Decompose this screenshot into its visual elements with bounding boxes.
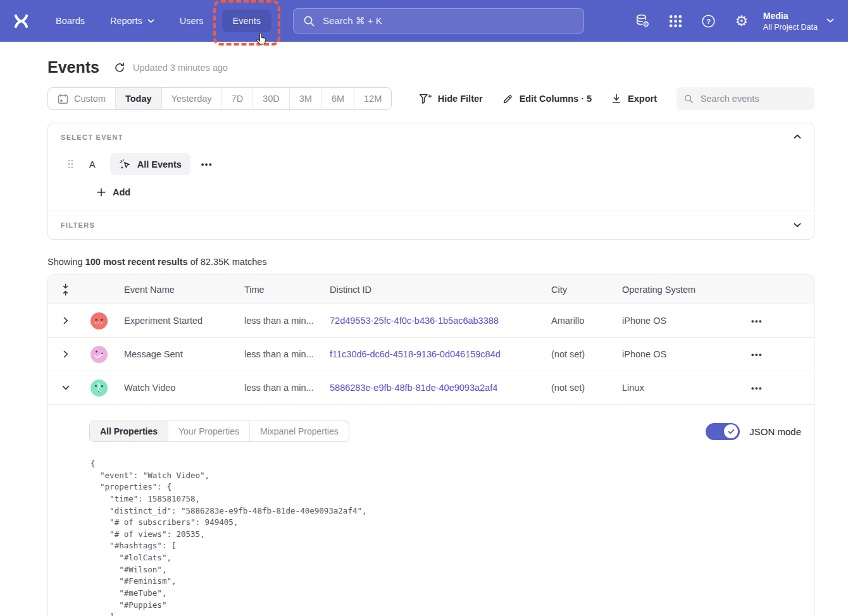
event-selector-pill[interactable]: All Events bbox=[110, 153, 190, 175]
column-header-time[interactable]: Time bbox=[235, 285, 320, 295]
detail-header: All Properties Your Properties Mixpanel … bbox=[89, 421, 801, 442]
help-icon[interactable]: ? bbox=[692, 14, 725, 28]
mixpanel-logo-icon[interactable] bbox=[13, 13, 30, 30]
top-navbar: Boards Reports Users Events Search ⌘ + K bbox=[0, 0, 848, 42]
hand-cursor-icon bbox=[255, 32, 268, 46]
check-icon bbox=[728, 429, 735, 434]
navbar-right: ? ⚙ Media All Project Data bbox=[627, 11, 834, 32]
refresh-icon[interactable] bbox=[114, 62, 125, 73]
column-header-os[interactable]: Operating System bbox=[613, 285, 742, 295]
range-today[interactable]: Today bbox=[115, 88, 161, 109]
table-row-expanded: Watch Video less than a min... 5886283e-… bbox=[48, 371, 814, 404]
filters-chevron-down-icon[interactable] bbox=[794, 223, 801, 228]
row-expand-chevron-right-icon[interactable] bbox=[48, 317, 83, 324]
nav-item-events-wrap: Events bbox=[222, 9, 271, 32]
range-12m[interactable]: 12M bbox=[354, 88, 391, 109]
column-header-city[interactable]: City bbox=[542, 285, 613, 295]
add-event-button[interactable]: Add bbox=[97, 187, 130, 197]
cell-event-name: Experiment Started bbox=[115, 316, 235, 326]
row-menu-button[interactable]: ••• bbox=[742, 316, 763, 326]
range-custom-label: Custom bbox=[74, 94, 106, 104]
nav-item-boards-label: Boards bbox=[56, 16, 85, 26]
plus-icon bbox=[97, 188, 106, 197]
column-header-distinct-id[interactable]: Distinct ID bbox=[320, 285, 542, 295]
distinct-id-link[interactable]: 5886283e-e9fb-48fb-81de-40e9093a2af4 bbox=[330, 383, 497, 393]
range-yesterday[interactable]: Yesterday bbox=[161, 88, 221, 109]
collapse-chevron-up-icon[interactable] bbox=[794, 134, 801, 139]
events-table: Event Name Time Distinct ID City Operati… bbox=[47, 274, 814, 616]
distinct-id-link[interactable]: 72d49553-25fc-4f0c-b436-1b5ac6ab3388 bbox=[330, 316, 499, 326]
cell-time: less than a min... bbox=[235, 316, 320, 326]
range-3m[interactable]: 3M bbox=[289, 88, 321, 109]
settings-gear-icon[interactable]: ⚙ bbox=[725, 14, 758, 28]
magic-cursor-icon bbox=[119, 158, 131, 170]
selected-event-label: All Events bbox=[137, 159, 182, 169]
range-today-label: Today bbox=[125, 94, 152, 104]
filters-label: FILTERS bbox=[61, 221, 95, 229]
global-search-placeholder: Search ⌘ + K bbox=[323, 15, 382, 27]
range-30d[interactable]: 30D bbox=[253, 88, 289, 109]
project-chevron-down-icon[interactable] bbox=[826, 18, 834, 23]
apps-grid-icon[interactable] bbox=[659, 14, 692, 28]
row-expand-chevron-right-icon[interactable] bbox=[48, 350, 83, 358]
table-toolbar: Hide Filter Edit Columns · 5 Export bbox=[419, 87, 814, 110]
updated-status: Updated 3 minutes ago bbox=[133, 63, 228, 73]
edit-columns-button[interactable]: Edit Columns · 5 bbox=[502, 94, 592, 104]
export-label: Export bbox=[628, 94, 657, 104]
results-summary: Showing 100 most recent results of 82.35… bbox=[47, 257, 814, 267]
search-events-input[interactable] bbox=[699, 93, 807, 104]
page-title: Events bbox=[47, 58, 99, 77]
funnel-plus-icon bbox=[419, 94, 432, 104]
export-button[interactable]: Export bbox=[611, 94, 657, 104]
hide-filter-button[interactable]: Hide Filter bbox=[419, 94, 483, 104]
global-search[interactable]: Search ⌘ + K bbox=[293, 8, 584, 34]
row-menu-button[interactable]: ••• bbox=[742, 350, 763, 359]
tab-mixpanel-properties[interactable]: Mixpanel Properties bbox=[249, 421, 349, 441]
nav-item-boards[interactable]: Boards bbox=[45, 9, 96, 32]
nav-item-events[interactable]: Events bbox=[222, 9, 271, 32]
select-event-label: SELECT EVENT bbox=[61, 133, 801, 141]
cell-time: less than a min... bbox=[235, 349, 320, 359]
row-collapse-chevron-down-icon[interactable] bbox=[48, 385, 83, 390]
tab-all-properties[interactable]: All Properties bbox=[90, 421, 168, 441]
json-mode-control: JSON mode bbox=[706, 423, 801, 440]
nav-item-users[interactable]: Users bbox=[169, 9, 215, 32]
event-avatar bbox=[90, 346, 108, 363]
json-mode-label: JSON mode bbox=[749, 426, 801, 437]
range-3m-label: 3M bbox=[299, 94, 312, 104]
event-more-menu[interactable]: ••• bbox=[201, 159, 213, 169]
range-7d[interactable]: 7D bbox=[221, 88, 253, 109]
range-custom[interactable]: Custom bbox=[48, 88, 115, 109]
event-avatar bbox=[90, 312, 108, 330]
cell-city: (not set) bbox=[542, 349, 613, 359]
cell-time: less than a min... bbox=[235, 383, 320, 393]
nav-item-reports[interactable]: Reports bbox=[99, 9, 165, 32]
title-row: Events Updated 3 minutes ago bbox=[47, 58, 814, 77]
event-json-view: { "event": "Watch Video", "properties": … bbox=[90, 458, 801, 616]
table-row: Message Sent less than a min... f11c30d6… bbox=[48, 337, 814, 371]
tab-your-properties[interactable]: Your Properties bbox=[168, 421, 249, 441]
properties-tabs: All Properties Your Properties Mixpanel … bbox=[89, 421, 349, 442]
add-event-label: Add bbox=[113, 187, 130, 197]
results-count: 100 most recent results bbox=[85, 257, 188, 267]
event-avatar bbox=[90, 379, 108, 397]
sort-icon[interactable] bbox=[48, 283, 83, 296]
column-header-event-name[interactable]: Event Name bbox=[115, 285, 235, 295]
primary-nav: Boards Reports Users Events bbox=[45, 9, 271, 32]
calendar-icon bbox=[58, 94, 68, 104]
table-header-row: Event Name Time Distinct ID City Operati… bbox=[48, 275, 814, 304]
data-management-icon[interactable] bbox=[627, 13, 659, 29]
project-selector[interactable]: Media All Project Data bbox=[763, 11, 818, 32]
row-menu-button[interactable]: ••• bbox=[742, 383, 763, 393]
filters-section[interactable]: FILTERS bbox=[48, 211, 814, 239]
toggle-knob bbox=[724, 424, 738, 438]
svg-text:?: ? bbox=[706, 17, 711, 25]
search-events-box[interactable] bbox=[677, 87, 814, 110]
drag-handle-icon[interactable] bbox=[68, 159, 73, 169]
date-range-segmented: Custom Today Yesterday 7D 30D 3M 6M 12M bbox=[47, 87, 392, 110]
distinct-id-link[interactable]: f11c30d6-dc6d-4518-9136-0d046159c84d bbox=[330, 349, 501, 359]
range-6m[interactable]: 6M bbox=[321, 88, 354, 109]
controls-row: Custom Today Yesterday 7D 30D 3M 6M 12M … bbox=[47, 87, 814, 110]
range-12m-label: 12M bbox=[364, 94, 382, 104]
json-mode-toggle[interactable] bbox=[706, 423, 740, 440]
